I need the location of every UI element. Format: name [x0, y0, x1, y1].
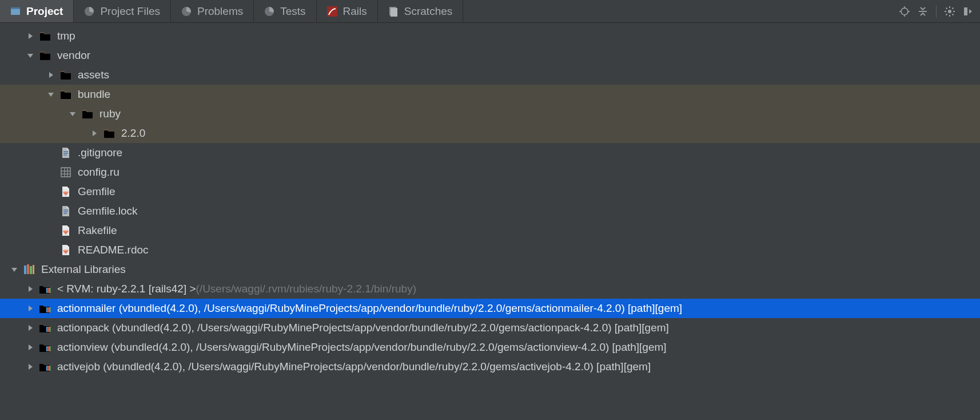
rack-config-icon: [59, 166, 72, 179]
scroll-from-source-icon[interactable]: [899, 6, 910, 17]
tree-row-label: bundle: [78, 85, 110, 104]
tree-row[interactable]: actionmailer (vbundled(4.2.0), /Users/wa…: [0, 299, 980, 318]
tree-row-label: config.ru: [78, 163, 119, 182]
folder-icon: [59, 69, 72, 81]
expand-arrow-icon[interactable]: [25, 323, 35, 333]
tab-rails[interactable]: Rails: [317, 0, 378, 22]
expand-arrow-icon[interactable]: [25, 303, 35, 314]
tab-project-files[interactable]: Project Files: [74, 0, 171, 22]
tree-row-label: 2.2.0: [121, 124, 145, 143]
pie-icon: [84, 6, 94, 17]
tab-label: Project Files: [100, 5, 160, 18]
tree-row[interactable]: Rakefile: [0, 221, 980, 240]
tree-row-label: ruby: [99, 104, 121, 124]
tree-row-label: .gitignore: [78, 143, 122, 163]
file-icon: [59, 205, 72, 217]
library-folder-icon: [39, 341, 51, 354]
collapse-arrow-icon[interactable]: [25, 50, 35, 61]
project-tool-tabs: Project Project Files Problems Tests Rai…: [0, 0, 893, 22]
expand-arrow-icon[interactable]: [46, 70, 56, 80]
pie-icon: [264, 6, 274, 17]
tree-row-label: vendor: [57, 46, 90, 65]
tab-project[interactable]: Project: [0, 0, 74, 22]
library-folder-icon: [39, 360, 51, 373]
collapse-arrow-icon[interactable]: [46, 89, 56, 100]
collapse-arrow-icon[interactable]: [9, 264, 19, 275]
tree-row-label: Rakefile: [78, 221, 117, 240]
tree-row[interactable]: actionpack (vbundled(4.2.0), /Users/wagg…: [0, 318, 980, 338]
library-folder-icon: [39, 322, 51, 334]
folder-icon: [39, 49, 51, 62]
folder-icon: [59, 88, 72, 101]
tab-tests[interactable]: Tests: [254, 0, 316, 22]
expand-arrow-icon[interactable]: [25, 362, 35, 372]
tree-row[interactable]: Gemfile.lock: [0, 201, 980, 221]
scratches-icon: [388, 6, 399, 17]
file-icon: [59, 146, 72, 159]
collapse-all-icon[interactable]: [918, 6, 928, 17]
gem-file-icon: [59, 185, 72, 198]
rails-icon: [327, 6, 337, 17]
library-folder-icon: [39, 283, 51, 295]
tree-row-label: activejob (vbundled(4.2.0), /Users/waggi…: [57, 357, 651, 377]
tab-scratches[interactable]: Scratches: [378, 0, 463, 22]
tab-label: Problems: [197, 5, 243, 18]
expand-arrow-icon[interactable]: [25, 342, 35, 352]
tree-row[interactable]: config.ru: [0, 163, 980, 182]
tree-row[interactable]: 2.2.0: [0, 124, 980, 143]
gem-file-icon: [59, 244, 72, 256]
tree-row-label: < RVM: ruby-2.2.1 [rails42] >: [57, 279, 196, 299]
hide-panel-icon[interactable]: [963, 6, 973, 17]
tree-row[interactable]: activejob (vbundled(4.2.0), /Users/waggi…: [0, 357, 980, 377]
collapse-arrow-icon[interactable]: [67, 109, 78, 119]
expand-arrow-icon[interactable]: [25, 31, 35, 41]
project-tool-toolbar: [893, 0, 980, 22]
tree-row[interactable]: Gemfile: [0, 182, 980, 201]
tree-row-label: actionview (vbundled(4.2.0), /Users/wagg…: [57, 338, 667, 357]
toolbar-divider: [936, 5, 937, 18]
tree-row[interactable]: ruby: [0, 104, 980, 124]
tree-row[interactable]: External Libraries: [0, 260, 980, 279]
tree-row[interactable]: < RVM: ruby-2.2.1 [rails42] > (/Users/wa…: [0, 279, 980, 299]
tab-problems[interactable]: Problems: [171, 0, 254, 22]
tree-row[interactable]: actionview (vbundled(4.2.0), /Users/wagg…: [0, 338, 980, 357]
tree-row[interactable]: assets: [0, 65, 980, 85]
tree-row-label: tmp: [57, 26, 75, 46]
tree-row-label: assets: [78, 65, 109, 85]
folder-icon: [39, 30, 51, 42]
tree-row-suffix: (/Users/waggi/.rvm/rubies/ruby-2.2.1/bin…: [196, 279, 416, 299]
tab-label: Rails: [343, 5, 367, 18]
tree-row[interactable]: bundle: [0, 85, 980, 104]
folder-icon: [81, 108, 94, 120]
expand-arrow-icon[interactable]: [25, 284, 35, 294]
tree-row-label: Gemfile.lock: [78, 201, 138, 221]
project-icon: [10, 6, 21, 17]
folder-icon: [103, 127, 115, 140]
project-tree[interactable]: tmpvendorassetsbundleruby2.2.0.gitignore…: [0, 23, 980, 377]
tab-label: Tests: [280, 5, 305, 18]
expand-arrow-icon[interactable]: [89, 128, 99, 138]
pie-icon: [181, 6, 192, 17]
tree-row[interactable]: .gitignore: [0, 143, 980, 163]
tree-row-label: Gemfile: [78, 182, 115, 201]
project-tool-tabbar: Project Project Files Problems Tests Rai…: [0, 0, 980, 23]
tree-row[interactable]: README.rdoc: [0, 240, 980, 260]
gear-icon[interactable]: [945, 6, 955, 17]
tree-row-label: README.rdoc: [78, 240, 149, 260]
external-libraries-icon: [23, 263, 35, 276]
tree-row[interactable]: vendor: [0, 46, 980, 65]
library-folder-icon: [39, 302, 51, 315]
tree-row-label: actionpack (vbundled(4.2.0), /Users/wagg…: [57, 318, 669, 338]
tab-label: Scratches: [404, 5, 452, 18]
tree-row-label: External Libraries: [41, 260, 126, 279]
tab-label: Project: [26, 5, 63, 18]
tree-row[interactable]: tmp: [0, 26, 980, 46]
gem-file-icon: [59, 224, 72, 237]
tree-row-label: actionmailer (vbundled(4.2.0), /Users/wa…: [57, 299, 682, 318]
